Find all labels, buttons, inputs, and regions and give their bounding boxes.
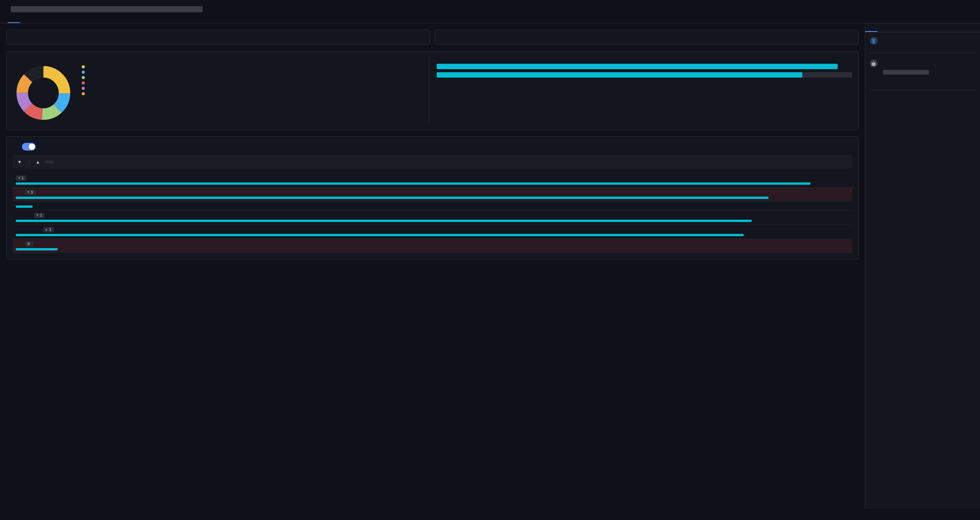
- trace-bar-inner-0: [16, 182, 810, 185]
- stats-row: [6, 30, 859, 45]
- arrow-icon-0: ▼: [18, 176, 20, 180]
- trace-bar-row-1: [13, 197, 852, 199]
- trace-bar-row-4: [13, 234, 852, 236]
- dur-dot-1: [82, 71, 85, 74]
- right-tabs: [865, 23, 980, 32]
- trace-bar-row-0: [13, 182, 852, 185]
- tab-response-details[interactable]: [865, 23, 878, 32]
- duration-inner: [13, 62, 429, 124]
- trace-header: [13, 143, 852, 151]
- response-block: 🤖: [870, 60, 975, 90]
- dur-dot-2: [82, 76, 85, 79]
- user-input-block: 👤: [870, 37, 975, 53]
- arrow-icon-3: ▼: [36, 214, 38, 217]
- trace-row-1: ▼ 3: [13, 187, 852, 202]
- trace-badge-5: 0: [25, 241, 33, 247]
- duration-table: [82, 62, 429, 98]
- main-tabs: [8, 16, 972, 23]
- badge-num-1: 3: [30, 190, 33, 195]
- trace-bar-row-2: [13, 205, 852, 208]
- page-title: [8, 6, 972, 12]
- duration-card: [6, 30, 430, 45]
- trace-controls: ▼ | ▲: [13, 155, 852, 169]
- token-label-bar-outer-0: [437, 72, 853, 78]
- token-label-bar-inner-0: [437, 72, 802, 78]
- badge-num-4: 1: [49, 227, 51, 232]
- page-header: [0, 0, 980, 23]
- dur-dot-4: [82, 87, 85, 90]
- tab-trace[interactable]: [8, 16, 20, 23]
- dur-dot-3: [82, 81, 85, 84]
- badge-num-0: 1: [21, 176, 24, 181]
- expand-all-button[interactable]: ▼: [17, 159, 23, 165]
- token-bar-inner-0: [437, 64, 838, 69]
- trace-bar-inner-4: [16, 234, 744, 236]
- trace-bar-outer-3: [16, 220, 852, 222]
- dur-row-1: [82, 71, 429, 74]
- trace-bar-row-5: [13, 248, 852, 250]
- dur-row-0: [82, 65, 429, 68]
- response-thought: [870, 70, 975, 75]
- token-label-row-0: [437, 72, 853, 78]
- trace-row-2: [13, 202, 852, 210]
- arrow-icon-4: ▶: [46, 228, 48, 232]
- tab-metadata[interactable]: [878, 23, 890, 32]
- tab-logs[interactable]: [20, 16, 32, 23]
- tokens-card: [435, 30, 859, 45]
- trace-bar-inner-1: [16, 197, 769, 199]
- toggle-track[interactable]: [22, 143, 36, 151]
- badge-num-5: 0: [27, 242, 30, 246]
- trace-section: ▼ | ▲ ▼ 1: [6, 136, 859, 260]
- trace-badge-1: ▼ 3: [25, 190, 35, 195]
- trace-bar-row-3: [13, 220, 852, 222]
- right-panel: 👤 🤖: [865, 23, 980, 509]
- reset-button[interactable]: [45, 161, 54, 164]
- token-bar-row-0: [437, 64, 853, 69]
- trace-bar-inner-3: [16, 220, 752, 222]
- trace-row-3: ▼ 1: [13, 210, 852, 225]
- duration-section: [6, 51, 859, 130]
- trace-bar-outer-5: [16, 248, 852, 250]
- thought-redacted: [883, 70, 929, 75]
- donut-chart: [13, 62, 74, 124]
- trace-bar-outer-1: [16, 197, 852, 199]
- trace-badge-0: ▼ 1: [16, 176, 26, 181]
- user-icon: 👤: [870, 37, 878, 45]
- dur-row-2: [82, 76, 429, 79]
- dur-row-4: [82, 87, 429, 90]
- main-layout: ▼ | ▲ ▼ 1: [0, 23, 980, 509]
- toggle-thumb: [29, 144, 35, 150]
- chevron-up-icon: ▲: [36, 159, 40, 165]
- chevron-down-icon: ▼: [17, 159, 22, 165]
- token-usage-section: [429, 58, 853, 124]
- token-bar-outer-0: [437, 64, 838, 69]
- trace-bar-inner-2: [16, 205, 33, 208]
- controls-separator: |: [28, 159, 31, 165]
- arrow-icon-1: ▼: [27, 190, 29, 194]
- dur-row-3: [82, 81, 429, 84]
- left-panel: ▼ | ▲ ▼ 1: [0, 23, 865, 509]
- response-icon: 🤖: [870, 60, 878, 67]
- user-input-header: 👤: [870, 37, 975, 45]
- trace-row-5: 0: [13, 239, 852, 253]
- title-redacted: [11, 6, 203, 12]
- svg-point-7: [28, 78, 59, 108]
- trace-row-4: ▶ 1: [13, 225, 852, 239]
- ai-spans-toggle[interactable]: [22, 143, 39, 151]
- right-content: 👤 🤖: [865, 32, 980, 101]
- dur-dot-0: [82, 65, 85, 68]
- response-header: 🤖: [870, 60, 975, 67]
- trace-bar-outer-4: [16, 234, 852, 236]
- badge-num-3: 1: [40, 213, 42, 218]
- trace-bar-outer-0: [16, 182, 852, 185]
- trace-bar-outer-2: [16, 205, 852, 208]
- response-action: [870, 76, 975, 83]
- trace-badge-3: ▼ 1: [34, 213, 45, 218]
- trace-row-0: ▼ 1: [13, 173, 852, 187]
- dur-dot-5: [82, 92, 85, 95]
- trace-badge-4: ▶ 1: [43, 227, 54, 232]
- trace-bar-inner-5: [16, 248, 58, 250]
- dur-row-5: [82, 92, 429, 95]
- collapse-all-button[interactable]: ▲: [36, 159, 42, 165]
- trace-rows: ▼ 1: [13, 173, 852, 253]
